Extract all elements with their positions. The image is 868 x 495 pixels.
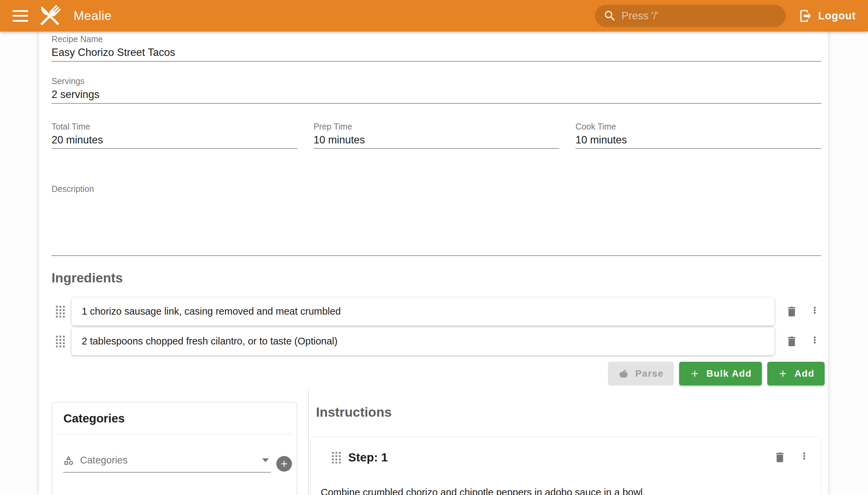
- add-category-button[interactable]: [276, 456, 292, 472]
- prep-time-field: Prep Time 10 minutes: [313, 121, 559, 149]
- cook-time-label: Cook Time: [575, 121, 821, 132]
- recipe-editor-card: Recipe Name Easy Chorizo Street Tacos Se…: [39, 32, 828, 495]
- logout-button[interactable]: Logout: [799, 9, 856, 23]
- trash-icon: [785, 335, 798, 348]
- shapes-icon: [63, 455, 74, 466]
- instructions-heading: Instructions: [316, 404, 821, 421]
- parse-label: Parse: [635, 368, 664, 379]
- times-row: Total Time 20 minutes Prep Time 10 minut…: [52, 121, 821, 149]
- ingredient-menu-button[interactable]: [810, 306, 819, 317]
- categories-select-label: Categories: [80, 455, 262, 466]
- cook-time-field: Cook Time 10 minutes: [575, 121, 821, 149]
- plus-icon: [279, 459, 289, 469]
- ingredient-row: 1 chorizo sausage link, casing removed a…: [52, 297, 821, 325]
- drag-handle-icon[interactable]: [332, 452, 341, 463]
- total-time-label: Total Time: [52, 121, 297, 132]
- caret-down-icon: [262, 458, 269, 462]
- add-ingredient-button[interactable]: Add: [767, 362, 824, 386]
- menu-button[interactable]: [13, 10, 28, 22]
- servings-label: Servings: [52, 76, 821, 86]
- total-time-field: Total Time 20 minutes: [52, 121, 297, 149]
- delete-ingredient-button[interactable]: [785, 305, 798, 318]
- input-underline: [52, 255, 821, 256]
- lower-columns: Categories Categories: [52, 389, 821, 495]
- plus-icon: [689, 368, 700, 379]
- categories-card: Categories Categories: [52, 402, 297, 495]
- ingredients-heading: Ingredients: [52, 270, 123, 286]
- apple-icon: [618, 368, 629, 379]
- kebab-menu-icon: [810, 306, 819, 317]
- hamburger-icon: [13, 10, 28, 12]
- search-placeholder: Press '/': [622, 10, 658, 22]
- kebab-menu-icon: [800, 451, 809, 463]
- trash-icon: [773, 451, 786, 464]
- step-title: Step: 1: [348, 450, 388, 464]
- step-menu-button[interactable]: [800, 451, 809, 463]
- description-field: Description: [52, 184, 821, 256]
- app-title: Mealie: [73, 9, 112, 23]
- ingredient-input[interactable]: 1 chorizo sausage link, casing removed a…: [71, 298, 775, 325]
- logout-icon: [799, 9, 813, 23]
- mealie-logo-icon: [37, 3, 63, 29]
- categories-select-row: Categories: [63, 455, 292, 473]
- ingredient-menu-button[interactable]: [810, 336, 819, 347]
- instruction-step-card: Step: 1 Combine crumbled chorizo and chi…: [310, 437, 821, 495]
- categories-card-title: Categories: [52, 403, 297, 425]
- recipe-name-label: Recipe Name: [52, 34, 821, 44]
- divider: [57, 434, 292, 434]
- delete-ingredient-button[interactable]: [785, 335, 798, 348]
- add-label: Add: [795, 368, 814, 379]
- description-label: Description: [52, 184, 821, 194]
- recipe-name-field: Recipe Name Easy Chorizo Street Tacos: [52, 34, 821, 62]
- prep-time-label: Prep Time: [313, 121, 559, 132]
- cook-time-input[interactable]: 10 minutes: [575, 134, 821, 147]
- trash-icon: [785, 305, 798, 318]
- bulk-add-button[interactable]: Bulk Add: [679, 362, 762, 386]
- plus-icon: [778, 368, 788, 379]
- drag-handle-icon[interactable]: [56, 306, 65, 317]
- servings-input[interactable]: 2 servings: [52, 88, 821, 101]
- servings-field: Servings 2 servings: [52, 76, 821, 104]
- organizer-column: Categories Categories: [52, 389, 297, 495]
- logout-label: Logout: [818, 10, 856, 22]
- search-icon: [603, 9, 617, 23]
- instructions-column: Instructions Step: 1: [309, 389, 821, 495]
- description-textarea[interactable]: [52, 194, 821, 253]
- input-underline: [52, 103, 821, 104]
- ingredient-input[interactable]: 2 tablespoons chopped fresh cilantro, or…: [71, 327, 775, 355]
- bulk-add-label: Bulk Add: [706, 368, 752, 379]
- categories-select[interactable]: Categories: [63, 455, 271, 473]
- app-bar: Mealie Press '/' Logout: [0, 0, 868, 32]
- search-input[interactable]: Press '/': [595, 5, 786, 27]
- step-text-input[interactable]: Combine crumbled chorizo and chipotle pe…: [321, 486, 810, 495]
- recipe-name-input[interactable]: Easy Chorizo Street Tacos: [52, 46, 821, 59]
- total-time-input[interactable]: 20 minutes: [52, 134, 297, 147]
- ingredient-list: 1 chorizo sausage link, casing removed a…: [52, 297, 821, 357]
- input-underline: [575, 148, 821, 149]
- drag-handle-icon[interactable]: [56, 336, 65, 347]
- ingredient-row: 2 tablespoons chopped fresh cilantro, or…: [52, 327, 821, 355]
- input-underline: [52, 61, 821, 62]
- kebab-menu-icon: [810, 336, 819, 347]
- delete-step-button[interactable]: [773, 451, 786, 464]
- prep-time-input[interactable]: 10 minutes: [313, 134, 559, 147]
- input-underline: [313, 148, 559, 149]
- input-underline: [52, 148, 297, 149]
- parse-button[interactable]: Parse: [608, 362, 674, 386]
- step-header: Step: 1: [311, 437, 821, 464]
- ingredient-actions: Parse Bulk Add Add: [608, 362, 824, 386]
